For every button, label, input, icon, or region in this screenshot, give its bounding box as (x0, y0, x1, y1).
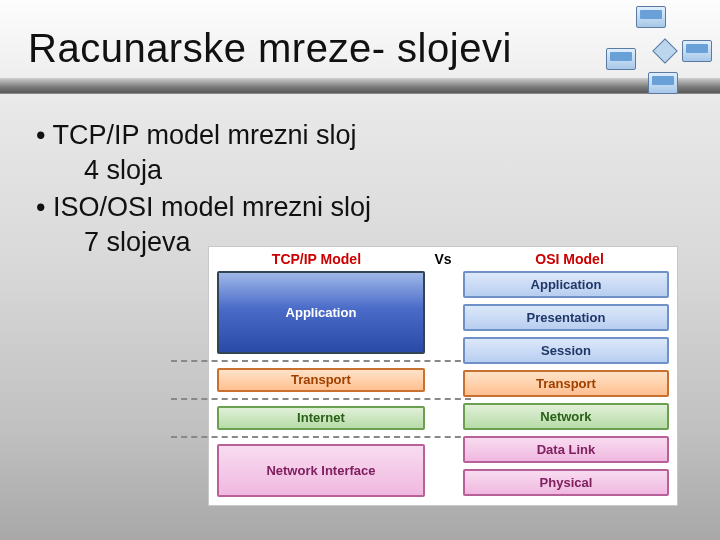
tcpip-model-title: TCP/IP Model (217, 251, 416, 267)
computer-icon (606, 48, 636, 70)
tcpip-layer-internet: Internet (217, 406, 425, 430)
vs-label: Vs (416, 251, 470, 267)
hub-icon (652, 38, 677, 63)
osi-layer-physical: Physical (463, 469, 669, 496)
model-comparison-diagram: TCP/IP Model Vs OSI Model Application Tr… (208, 246, 678, 506)
dashed-separator (171, 360, 471, 362)
osi-layer-datalink: Data Link (463, 436, 669, 463)
computer-icon (636, 6, 666, 28)
network-decoration (594, 4, 714, 104)
bullet-tcpip: • TCP/IP model mrezni sloj (36, 120, 700, 151)
osi-layer-session: Session (463, 337, 669, 364)
osi-layer-application: Application (463, 271, 669, 298)
osi-layer-network: Network (463, 403, 669, 430)
computer-icon (648, 72, 678, 94)
osi-column: Application Presentation Session Transpo… (463, 271, 669, 497)
bullet-osi: • ISO/OSI model mrezni sloj (36, 192, 700, 223)
bullet-tcpip-sub: 4 sloja (84, 155, 700, 186)
tcpip-column: Application Transport Internet Network I… (217, 271, 425, 497)
computer-icon (682, 40, 712, 62)
content-area: • TCP/IP model mrezni sloj 4 sloja • ISO… (36, 120, 700, 260)
osi-layer-presentation: Presentation (463, 304, 669, 331)
dashed-separator (171, 398, 471, 400)
tcpip-layer-application: Application (217, 271, 425, 354)
dashed-separator (171, 436, 471, 438)
tcpip-layer-network-interface: Network Interface (217, 444, 425, 497)
osi-model-title: OSI Model (470, 251, 669, 267)
page-title: Racunarske mreze- slojevi (28, 26, 512, 71)
osi-layer-transport: Transport (463, 370, 669, 397)
diagram-header: TCP/IP Model Vs OSI Model (209, 247, 677, 269)
models-row: Application Transport Internet Network I… (209, 269, 677, 503)
tcpip-layer-transport: Transport (217, 368, 425, 392)
